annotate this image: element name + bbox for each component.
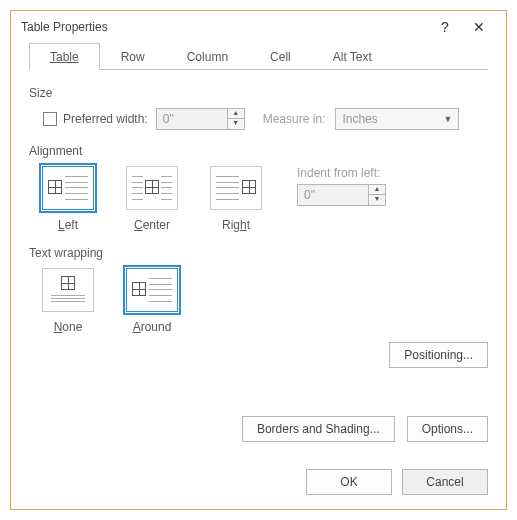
tab-alttext[interactable]: Alt Text [312,43,393,70]
measure-in-value: Inches [342,112,377,126]
borders-shading-button[interactable]: Borders and Shading... [242,416,395,442]
measure-in-label: Measure in: [263,112,326,126]
positioning-button[interactable]: Positioning... [389,342,488,368]
indent-input[interactable] [298,185,368,205]
chevron-down-icon: ▼ [443,114,452,124]
preferred-width-input[interactable] [157,109,227,129]
dialog-window: Table Properties ? ✕ Table Row Column Ce… [10,10,507,510]
wrap-section-label: Text wrapping [29,246,488,260]
dialog-footer: OK Cancel [306,469,488,495]
wrap-none-option[interactable]: None [35,268,101,334]
close-button[interactable]: ✕ [462,19,496,35]
preferred-width-spinner[interactable]: ▲▼ [156,108,245,130]
tab-row[interactable]: Row [100,43,166,70]
spin-down-icon[interactable]: ▼ [369,195,385,205]
align-left-icon [48,174,88,202]
wrap-around-option[interactable]: Around [119,268,185,334]
help-button[interactable]: ? [428,19,462,35]
spin-up-icon[interactable]: ▲ [228,109,244,119]
align-center-option[interactable]: Center [119,166,185,232]
titlebar: Table Properties ? ✕ [11,11,506,43]
align-center-icon [132,174,172,202]
tab-cell[interactable]: Cell [249,43,312,70]
cancel-button[interactable]: Cancel [402,469,488,495]
tab-table[interactable]: Table [29,43,100,70]
preferred-width-checkbox[interactable] [43,112,57,126]
size-section-label: Size [29,86,488,100]
align-left-option[interactable]: Left [35,166,101,232]
align-right-icon [216,174,256,202]
options-button[interactable]: Options... [407,416,488,442]
tab-column[interactable]: Column [166,43,249,70]
preferred-width-label: Preferred width: [63,112,148,126]
ok-button[interactable]: OK [306,469,392,495]
indent-spinner[interactable]: ▲▼ [297,184,386,206]
alignment-section-label: Alignment [29,144,488,158]
spin-down-icon[interactable]: ▼ [228,119,244,129]
wrap-around-icon [132,276,172,304]
align-right-option[interactable]: Right [203,166,269,232]
indent-from-left-label: Indent from left: [297,166,386,180]
wrap-none-icon [51,276,85,304]
tab-strip: Table Row Column Cell Alt Text [29,43,488,70]
window-title: Table Properties [21,20,428,34]
measure-in-combo[interactable]: Inches ▼ [335,108,459,130]
spin-up-icon[interactable]: ▲ [369,185,385,195]
